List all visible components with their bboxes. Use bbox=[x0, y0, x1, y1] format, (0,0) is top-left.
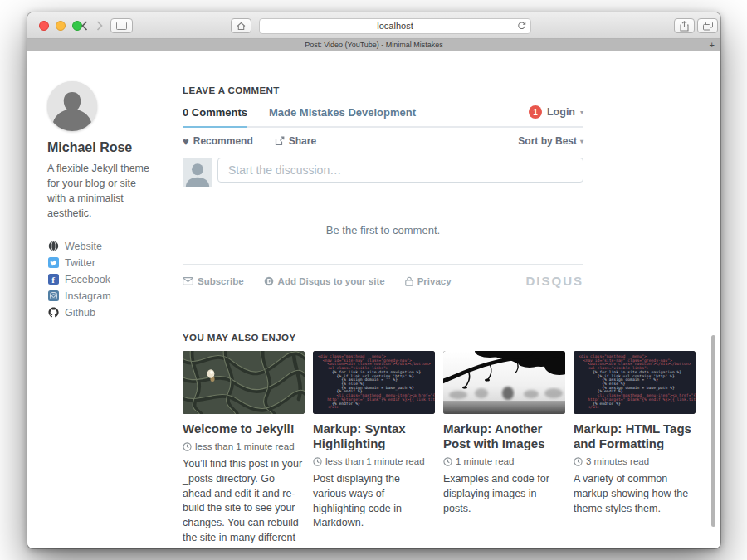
sort-label: Sort by Best bbox=[518, 135, 577, 147]
related-posts-section: YOU MAY ALSO ENJOY bbox=[183, 333, 696, 548]
empty-state-text: Be the first to comment. bbox=[183, 224, 583, 236]
sidebar-item-twitter[interactable]: Twitter bbox=[47, 255, 183, 271]
disqus-comments: LEAVE A COMMENT 0 Comments Made Mistakes… bbox=[183, 85, 583, 288]
vertical-scrollbar[interactable] bbox=[711, 335, 715, 527]
related-card: <div class="masthead __menu"> <nav id="s… bbox=[574, 351, 696, 548]
sidebar-item-label: Github bbox=[65, 307, 95, 319]
sidebar-item-label: Instagram bbox=[65, 290, 111, 302]
envelope-icon bbox=[183, 277, 193, 285]
disqus-footer: Subscribe Add Disqus to your site bbox=[183, 274, 583, 288]
post-thumbnail-moss[interactable] bbox=[183, 351, 305, 414]
add-disqus-label: Add Disqus to your site bbox=[278, 276, 385, 286]
back-button[interactable] bbox=[79, 18, 90, 33]
close-window-button[interactable] bbox=[39, 21, 49, 31]
sidebar-toggle-button[interactable] bbox=[110, 18, 133, 33]
code-screenshot-image: <div class="masthead __menu"> <nav id="s… bbox=[574, 351, 696, 414]
author-name: Michael Rose bbox=[47, 140, 183, 155]
related-card: <div class="masthead __menu"> <nav id="s… bbox=[313, 351, 435, 548]
code-screenshot-image: <div class="masthead __menu"> <nav id="s… bbox=[313, 351, 435, 414]
facebook-icon: f bbox=[47, 274, 59, 285]
subscribe-label: Subscribe bbox=[198, 276, 244, 286]
sidebar-item-github[interactable]: Github bbox=[47, 304, 183, 321]
browser-titlebar: localhost bbox=[27, 12, 720, 39]
related-heading: YOU MAY ALSO ENJOY bbox=[183, 333, 696, 343]
recommend-label: Recommend bbox=[193, 135, 253, 147]
sidebar-item-instagram[interactable]: Instagram bbox=[47, 288, 183, 304]
new-tab-button[interactable]: + bbox=[710, 39, 715, 51]
read-time: 1 minute read bbox=[443, 456, 565, 466]
twitter-icon bbox=[47, 257, 59, 269]
forward-button[interactable] bbox=[94, 18, 105, 33]
tab-community[interactable]: Made Mistakes Development bbox=[269, 106, 416, 126]
active-tab[interactable]: Post: Video (YouTube) - Minimal Mistakes bbox=[305, 41, 443, 49]
minimize-window-button[interactable] bbox=[56, 21, 66, 31]
related-card: Markup: Another Post with Images 1 minut… bbox=[443, 351, 565, 548]
author-sidebar: Michael Rose A flexible Jekyll theme for… bbox=[47, 81, 183, 548]
comment-compose-row bbox=[183, 158, 583, 187]
sidebar-item-facebook[interactable]: f Facebook bbox=[47, 271, 183, 288]
reload-icon[interactable] bbox=[517, 22, 526, 31]
post-excerpt: You’ll find this post in your _posts dir… bbox=[183, 457, 305, 548]
globe-icon bbox=[47, 241, 59, 252]
share-label: Share bbox=[289, 135, 316, 147]
browser-window: localhost Post: Video (YouTube) - Minima… bbox=[27, 12, 720, 548]
person-silhouette-icon bbox=[183, 158, 212, 187]
home-icon bbox=[237, 22, 246, 31]
tab-comment-count[interactable]: 0 Comments bbox=[183, 106, 247, 128]
clock-icon bbox=[574, 457, 583, 466]
clock-icon bbox=[313, 457, 322, 466]
divider bbox=[183, 264, 583, 265]
privacy-label: Privacy bbox=[417, 276, 452, 286]
privacy-link[interactable]: Privacy bbox=[405, 276, 452, 286]
read-time: less than 1 minute read bbox=[183, 441, 305, 451]
tab-bar: Post: Video (YouTube) - Minimal Mistakes… bbox=[27, 39, 720, 51]
post-thumbnail-code[interactable]: <div class="masthead __menu"> <nav id="s… bbox=[313, 351, 435, 414]
share-icon bbox=[680, 21, 689, 32]
avatar bbox=[47, 81, 97, 131]
address-bar[interactable]: localhost bbox=[259, 18, 531, 34]
read-time-label: 1 minute read bbox=[456, 456, 514, 466]
commenter-avatar bbox=[183, 158, 212, 187]
chevron-down-icon: ▾ bbox=[580, 109, 583, 116]
add-disqus-link[interactable]: Add Disqus to your site bbox=[264, 276, 385, 286]
notification-badge: 1 bbox=[529, 105, 542, 119]
share-thread-button[interactable]: Share bbox=[275, 135, 316, 147]
moss-image bbox=[183, 351, 305, 414]
sidebar-item-label: Twitter bbox=[65, 257, 95, 269]
share-button[interactable] bbox=[674, 18, 695, 33]
disqus-action-row: ♥ Recommend Share Sort by Best ▾ bbox=[183, 135, 583, 147]
author-links: Website Twitter f bbox=[47, 238, 183, 321]
post-title[interactable]: Markup: Another Post with Images bbox=[443, 421, 565, 451]
read-time: 3 minutes read bbox=[574, 456, 696, 466]
disqus-logo[interactable]: DISQUS bbox=[525, 274, 583, 288]
instagram-icon bbox=[47, 290, 59, 302]
person-silhouette-icon bbox=[47, 81, 97, 131]
post-title[interactable]: Welcome to Jekyll! bbox=[183, 421, 305, 436]
comments-heading: LEAVE A COMMENT bbox=[183, 85, 583, 95]
login-label: Login bbox=[547, 106, 575, 118]
read-time-label: 3 minutes read bbox=[586, 456, 649, 466]
read-time-label: less than 1 minute read bbox=[325, 456, 425, 466]
disqus-tab-row: 0 Comments Made Mistakes Development 1 L… bbox=[183, 105, 583, 128]
related-cards: Welcome to Jekyll! less than 1 minute re… bbox=[183, 351, 696, 548]
login-menu[interactable]: 1 Login ▾ bbox=[529, 105, 583, 126]
post-title[interactable]: Markup: Syntax Highlighting bbox=[313, 421, 435, 451]
read-time-label: less than 1 minute read bbox=[195, 441, 295, 451]
main-column: LEAVE A COMMENT 0 Comments Made Mistakes… bbox=[183, 85, 696, 548]
tabs-icon bbox=[703, 22, 713, 31]
post-thumbnail-code[interactable]: <div class="masthead __menu"> <nav id="s… bbox=[574, 351, 696, 414]
github-icon bbox=[47, 307, 59, 319]
foggy-tree-image bbox=[443, 351, 565, 414]
post-thumbnail-fog[interactable] bbox=[443, 351, 565, 414]
comment-input[interactable] bbox=[217, 158, 583, 183]
clock-icon bbox=[443, 457, 452, 466]
tab-overview-button[interactable] bbox=[697, 18, 718, 33]
related-card: Welcome to Jekyll! less than 1 minute re… bbox=[183, 351, 305, 548]
disqus-icon bbox=[264, 276, 274, 286]
sidebar-item-website[interactable]: Website bbox=[47, 238, 183, 255]
sort-menu[interactable]: Sort by Best ▾ bbox=[518, 135, 583, 147]
post-title[interactable]: Markup: HTML Tags and Formatting bbox=[574, 421, 696, 451]
home-button[interactable] bbox=[231, 18, 251, 33]
recommend-button[interactable]: ♥ Recommend bbox=[183, 135, 253, 147]
subscribe-link[interactable]: Subscribe bbox=[183, 276, 244, 286]
